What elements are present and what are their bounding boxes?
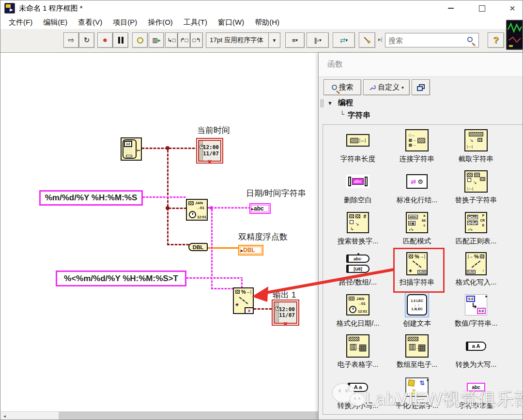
palette-item-number-string-conversion[interactable]: ▸ 0.0 ↳ 0.0 数值/字符串...	[446, 290, 506, 331]
context-help-button[interactable]: ?	[488, 32, 504, 48]
wire-string-format2[interactable]	[186, 277, 243, 279]
menu-view[interactable]: 查看(V)	[73, 16, 108, 29]
highlight-execution-button[interactable]	[132, 32, 148, 48]
maximize-button[interactable]	[471, 0, 493, 16]
wire-junction-dot	[210, 206, 213, 210]
scrollbar-thumb[interactable]	[59, 412, 318, 420]
palette-item-flatten-unflatten-string[interactable]: ▸ ⇅ Z 平化/还原字...	[387, 372, 446, 413]
reorder-button[interactable]: ⇄▾	[333, 32, 355, 48]
distribute-objects-button[interactable]: ∥▫▾	[307, 32, 329, 48]
string-indicator-datetime[interactable]: ▸ abc	[249, 203, 271, 214]
scan-from-string-node[interactable]: % →| ◈ ×	[233, 287, 254, 314]
menu-tools[interactable]: 工具(T)	[178, 16, 213, 29]
palette-customize-button[interactable]: 自定义 ▾	[363, 79, 410, 95]
wire-junction-dot	[166, 206, 169, 210]
palette-items-grid: |↔| 字符串长度 □→▩→▩→ 连接字符串 ↘ |↔| 截取字符串	[328, 125, 506, 413]
palette-item-format-into-string[interactable]: |→ % n.nn ! 格式化写入...	[446, 249, 506, 290]
menu-window[interactable]: 窗口(W)	[213, 16, 249, 29]
wire-timestamp-to-format[interactable]	[169, 208, 186, 209]
palette-item-replace-substring[interactable]: ↘ |↔| 替换子字符串	[446, 166, 506, 208]
selected-item-highlight: 1.3 LEC ↓ ↓ 1.3LEC	[405, 292, 429, 317]
close-button[interactable]: ×	[501, 0, 523, 16]
palette-item-build-text[interactable]: 1.3 LEC ↓ ↓ 1.3LEC 创建文本	[387, 290, 446, 331]
wire-timestamp-output[interactable]	[254, 308, 272, 310]
palette-item-trim-whitespace[interactable]: abc 删除空白	[328, 166, 387, 208]
font-dropdown-arrow-icon[interactable]: ▼	[268, 33, 280, 47]
step-out-icon: □↰	[192, 37, 200, 44]
retain-wire-values-button[interactable]: ▥▸	[149, 32, 164, 48]
search-icon[interactable]	[467, 37, 473, 42]
wire-junction-dot	[166, 146, 169, 150]
palette-item-string-length[interactable]: |↔| 字符串长度	[328, 125, 387, 166]
format-datetime-node[interactable]: JAN →01 12:01	[186, 199, 208, 221]
palette-item-string-constant[interactable]: abc 字符串常量	[446, 372, 506, 413]
palette-item-scan-from-string[interactable]: % →| ◈ n.nn 扫描字符串	[387, 249, 446, 290]
labview-logo-icon[interactable]	[506, 20, 523, 50]
minimize-button[interactable]	[440, 0, 462, 16]
palette-item-path-array-string[interactable]: ▸ abc▫ [U8] 路径/数组/...	[328, 249, 387, 290]
palette-grip[interactable]	[321, 99, 323, 107]
run-arrow-icon: ⇨	[68, 36, 75, 45]
scroll-left-arrow-icon[interactable]: ◄	[0, 412, 9, 420]
abort-button[interactable]: ●	[97, 32, 113, 48]
palette-item-array-to-spreadsheet-string[interactable]: ▥ → ▦ 数组至电子...	[387, 331, 446, 372]
tree-collapse-icon[interactable]: ▼	[327, 100, 333, 106]
menu-edit[interactable]: 编辑(E)	[38, 16, 73, 29]
pause-button[interactable]	[113, 32, 128, 48]
tree-elbow-icon: └	[340, 110, 344, 118]
pin-windows-icon	[417, 84, 425, 91]
run-continuous-icon: ↻	[84, 36, 90, 45]
tree-node-programming[interactable]: 编程	[338, 98, 353, 108]
clock-icon	[349, 306, 356, 313]
to-double-node[interactable]: DBL	[188, 243, 208, 251]
clock-face-icon: 12	[124, 141, 132, 147]
wire-string-to-indicator[interactable]	[208, 207, 249, 209]
palette-search-button[interactable]: 搜索	[323, 79, 361, 95]
reorder-icon: ⇄	[340, 36, 346, 44]
string-constant-format1[interactable]: %m/%d/%Y %H:%M:%S	[39, 190, 143, 206]
palette-item-normalize-end-of-line[interactable]: ⇄ ⚙ 标准化行结...	[387, 166, 446, 208]
palette-item-concatenate-strings[interactable]: □→▩→▩→ 连接字符串	[387, 125, 446, 166]
palette-item-match-regular-expression[interactable]: PCRE C[r,R] P CR E ▪↳ 匹配正则表...	[446, 208, 506, 249]
font-selector[interactable]: 17pt 应用程序字体 ▼	[206, 32, 280, 48]
wire-string-to-scan[interactable]	[211, 288, 233, 289]
menu-project[interactable]: 项目(P)	[108, 16, 142, 29]
run-continuous-button[interactable]: ↻	[79, 32, 94, 48]
timestamp-indicator-output1[interactable]: 12:00 11/07 ×	[272, 300, 299, 326]
align-objects-button[interactable]: ≡▾	[285, 32, 305, 48]
invalid-time-icon: ×	[208, 157, 212, 165]
menu-help[interactable]: 帮助(H)	[249, 16, 285, 29]
search-input[interactable]	[387, 35, 460, 45]
wire-string-format2-drop[interactable]	[241, 278, 243, 288]
double-indicator[interactable]: ▸ DBL	[238, 245, 263, 255]
step-out-button[interactable]: □↰	[190, 32, 203, 48]
get-datetime-node[interactable]: 12 ············ ▸▪	[121, 137, 142, 161]
string-constant-format2[interactable]: %<%m/%d/%Y %H:%M:%S>T	[56, 270, 186, 286]
timestamp-indicator-current-time[interactable]: 12:00 11/07 ×	[196, 138, 223, 164]
palette-item-search-replace-string[interactable]: # ↘ ↳ 搜索替换字...	[328, 208, 387, 249]
palette-item-format-date-time[interactable]: JAN →01 12:01 格式化日期/...	[328, 290, 387, 331]
invalid-output-box: ×	[245, 307, 254, 314]
toolbar-search-box[interactable]	[385, 33, 479, 47]
menu-operate[interactable]: 操作(O)	[142, 16, 178, 29]
tree-node-string[interactable]: 字符串	[348, 110, 370, 120]
wire-timestamp-to-dbl[interactable]	[167, 244, 189, 245]
wire-string-format1[interactable]	[143, 196, 186, 198]
align-objects-icon: ≡	[292, 37, 296, 44]
palette-pin-button[interactable]	[412, 79, 430, 95]
step-over-button[interactable]: ↱□	[178, 32, 190, 48]
labview-block-diagram-window: ▶ 未命名 1 程序框图 * × 文件(F) 编辑(E) 查看(V) 项目(P)…	[0, 0, 523, 420]
palette-item-to-lower-case[interactable]: A a 转换为小写...	[328, 372, 387, 413]
menu-file[interactable]: 文件(F)	[3, 16, 38, 29]
search-toggle-icon[interactable]: ▸|	[378, 36, 382, 43]
palette-item-spreadsheet-string-to-array[interactable]: ▥ → ▦ 电子表格字...	[328, 331, 387, 372]
palette-item-to-upper-case[interactable]: a A 转换为大写...	[446, 331, 506, 372]
palette-item-string-subset[interactable]: ↘ |↔| 截取字符串	[446, 125, 506, 166]
step-over-icon: ↱□	[180, 37, 188, 44]
run-button[interactable]: ⇨	[63, 32, 79, 48]
clean-up-diagram-button[interactable]	[359, 32, 375, 48]
step-into-button[interactable]: ↳□	[165, 32, 178, 48]
clock-icon	[189, 211, 196, 218]
palette-item-match-pattern[interactable]: abbc b▣ a bb c ▪↳ 匹配模式	[387, 208, 446, 249]
horizontal-scrollbar[interactable]: ◄	[0, 411, 318, 420]
